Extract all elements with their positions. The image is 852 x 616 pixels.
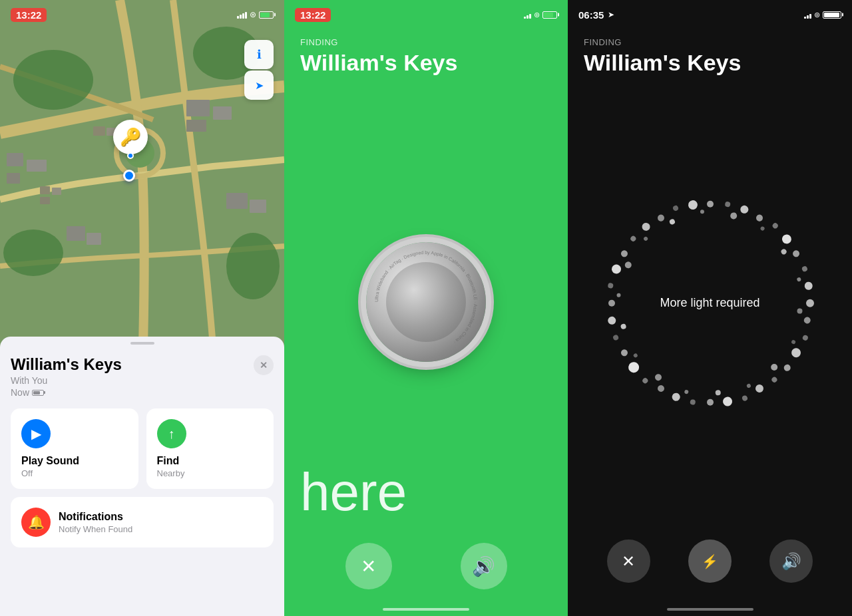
svg-point-63 bbox=[715, 390, 721, 396]
svg-point-42 bbox=[607, 283, 613, 289]
status-icons-s3: ⊛ bbox=[804, 11, 841, 19]
svg-point-29 bbox=[753, 383, 764, 394]
svg-point-74 bbox=[759, 226, 765, 231]
action-cards: ▶ Play Sound Off ↑ Find Nearby bbox=[11, 408, 274, 489]
svg-rect-15 bbox=[226, 193, 248, 209]
svg-point-31 bbox=[722, 396, 732, 406]
svg-point-52 bbox=[739, 204, 749, 214]
finding-title-s3: William's Keys bbox=[584, 50, 836, 76]
bottom-sheet: William's Keys With You Now ✕ ▶ Play Sou… bbox=[0, 337, 284, 616]
notifications-card[interactable]: 🔔 Notifications Notify When Found bbox=[11, 497, 274, 547]
signal-s3 bbox=[804, 11, 811, 19]
location-icon: ➤ bbox=[255, 79, 264, 92]
svg-point-54 bbox=[771, 222, 779, 230]
map-controls: ℹ ➤ bbox=[244, 40, 274, 100]
play-sound-title: Play Sound bbox=[21, 455, 128, 467]
time-screen2: 13:22 bbox=[295, 8, 331, 22]
svg-point-49 bbox=[687, 200, 698, 210]
time-screen1: 13:22 bbox=[11, 8, 47, 22]
signal-icon-s2 bbox=[524, 11, 531, 19]
svg-point-59 bbox=[797, 308, 803, 314]
s3-bar1 bbox=[804, 17, 806, 19]
find-nearby-card[interactable]: ↑ Find Nearby bbox=[146, 408, 274, 489]
svg-rect-9 bbox=[7, 173, 20, 184]
svg-point-44 bbox=[620, 249, 629, 258]
airtag-visual: Ultra Wideband · AirTag · Designed by Ap… bbox=[366, 242, 486, 362]
more-light-text: More light required bbox=[660, 296, 759, 310]
notif-text-block: Notifications Notify When Found bbox=[59, 511, 132, 534]
svg-point-43 bbox=[610, 263, 622, 275]
svg-point-51 bbox=[724, 201, 730, 207]
sound-button-s3[interactable]: 🔊 bbox=[769, 539, 813, 583]
map-background bbox=[0, 0, 284, 346]
svg-point-37 bbox=[626, 360, 641, 375]
svg-point-75 bbox=[780, 248, 787, 255]
sound-button-s2[interactable]: 🔊 bbox=[461, 543, 507, 589]
key-pin: 🔑 bbox=[113, 120, 148, 159]
svg-point-55 bbox=[780, 233, 793, 246]
key-bubble: 🔑 bbox=[113, 120, 148, 154]
svg-point-24 bbox=[803, 317, 811, 325]
s2-bar3 bbox=[529, 14, 531, 19]
close-button-s3[interactable]: ✕ bbox=[607, 539, 650, 583]
svg-rect-13 bbox=[67, 226, 85, 241]
here-text: here bbox=[300, 462, 407, 523]
svg-rect-19 bbox=[40, 197, 50, 204]
status-bar-screen1: 13:22 ⊛ bbox=[0, 0, 284, 29]
flashlight-button[interactable]: ⚡ bbox=[688, 539, 732, 583]
svg-point-34 bbox=[671, 392, 681, 402]
svg-rect-18 bbox=[52, 188, 61, 195]
svg-point-46 bbox=[640, 221, 652, 232]
svg-rect-10 bbox=[186, 100, 210, 116]
battery-fill-s3 bbox=[824, 13, 839, 17]
info-button[interactable]: ℹ bbox=[244, 40, 274, 69]
status-icons-screen2: ⊛ bbox=[524, 11, 557, 19]
sound-icon-s2: 🔊 bbox=[472, 555, 495, 577]
svg-rect-17 bbox=[40, 186, 50, 194]
find-icon: ↑ bbox=[157, 419, 186, 448]
svg-point-35 bbox=[656, 384, 666, 393]
svg-point-62 bbox=[746, 383, 751, 388]
sheet-status-row: Now bbox=[11, 387, 122, 398]
location-button[interactable]: ➤ bbox=[244, 71, 274, 100]
flashlight-icon: ⚡ bbox=[702, 553, 718, 569]
status-left-s3: 06:35 ➤ bbox=[578, 9, 614, 21]
time-screen3: 06:35 bbox=[578, 9, 604, 21]
battery-fill bbox=[260, 13, 270, 17]
svg-rect-11 bbox=[213, 106, 232, 120]
svg-point-5 bbox=[3, 230, 63, 276]
close-sheet-button[interactable]: ✕ bbox=[254, 355, 274, 375]
svg-point-39 bbox=[612, 334, 618, 341]
svg-point-26 bbox=[789, 347, 802, 359]
info-icon: ℹ bbox=[257, 47, 262, 62]
close-finding-button[interactable]: ✕ bbox=[345, 543, 392, 589]
screen3-controls: ✕ ⚡ 🔊 bbox=[568, 539, 852, 583]
wifi-icon-s2: ⊛ bbox=[534, 11, 540, 19]
signal-icon bbox=[237, 11, 247, 19]
sheet-header: William's Keys With You Now ✕ bbox=[11, 355, 274, 398]
current-location bbox=[123, 170, 135, 182]
svg-point-47 bbox=[656, 214, 666, 223]
sheet-title: William's Keys bbox=[11, 355, 122, 374]
location-arrow-s3: ➤ bbox=[608, 10, 614, 19]
signal-bar-1 bbox=[237, 16, 239, 19]
svg-point-41 bbox=[608, 300, 615, 307]
svg-point-40 bbox=[607, 316, 616, 325]
play-sound-card[interactable]: ▶ Play Sound Off bbox=[11, 408, 138, 489]
finding-title-s2: William's Keys bbox=[300, 50, 552, 76]
svg-point-3 bbox=[13, 50, 93, 110]
close-icon-s3: ✕ bbox=[622, 552, 635, 571]
key-emoji: 🔑 bbox=[120, 127, 141, 148]
finding-label-s2: FINDING bbox=[300, 37, 552, 47]
close-icon-s2: ✕ bbox=[361, 555, 376, 577]
notifications-icon: 🔔 bbox=[21, 508, 51, 537]
s2-bar2 bbox=[527, 15, 529, 19]
svg-rect-20 bbox=[93, 126, 105, 136]
s3-bar2 bbox=[807, 15, 809, 19]
svg-point-64 bbox=[684, 389, 688, 394]
airtag-ring-svg: Ultra Wideband · AirTag · Designed by Ap… bbox=[366, 242, 486, 362]
svg-rect-16 bbox=[250, 200, 266, 213]
status-icons-screen1: ⊛ bbox=[237, 10, 274, 19]
svg-point-60 bbox=[791, 339, 796, 345]
svg-point-23 bbox=[806, 299, 814, 307]
